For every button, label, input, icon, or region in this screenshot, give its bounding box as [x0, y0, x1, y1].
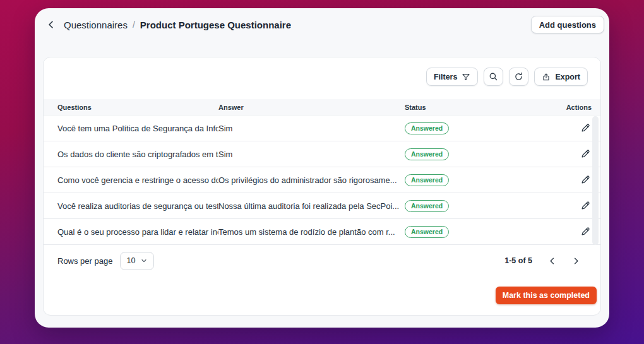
- breadcrumb-separator: /: [133, 20, 135, 30]
- status-badge: Answered: [405, 226, 449, 238]
- refresh-button[interactable]: [509, 68, 528, 86]
- table-scrollbar[interactable]: [592, 116, 599, 245]
- status-badge: Answered: [405, 200, 449, 212]
- pencil-icon: [580, 200, 591, 211]
- search-icon: [489, 72, 498, 81]
- answer-cell: Sim: [218, 124, 405, 133]
- answer-cell: Sim: [218, 150, 405, 159]
- question-cell: Você realiza auditorias de segurança ou …: [57, 201, 218, 211]
- actions-cell: [535, 225, 592, 239]
- refresh-icon: [514, 72, 523, 81]
- status-cell: Answered: [405, 226, 535, 238]
- answer-cell: Nossa última auditoria foi realizada pel…: [218, 201, 405, 211]
- funnel-icon: [462, 73, 470, 81]
- actions-cell: [535, 199, 592, 213]
- actions-cell: [535, 173, 592, 187]
- question-cell: Você tem uma Política de Segurança da In…: [57, 124, 218, 133]
- table-footer: Rows per page 10 1-5 of 5: [44, 251, 600, 271]
- actions-cell: [535, 147, 592, 161]
- pencil-icon: [580, 174, 591, 185]
- column-header-questions: Questions: [57, 104, 218, 111]
- back-button[interactable]: [44, 17, 59, 32]
- filters-button[interactable]: Filters: [426, 68, 479, 86]
- edit-answer-button[interactable]: [579, 147, 592, 160]
- edit-answer-button[interactable]: [579, 225, 592, 237]
- table-row[interactable]: Os dados do cliente são criptografados e…: [44, 141, 600, 167]
- pencil-icon: [580, 148, 591, 159]
- rows-per-page-select[interactable]: 10: [120, 252, 154, 270]
- page-title: Product Portugese Questionnaire: [140, 20, 291, 30]
- search-button[interactable]: [484, 68, 503, 86]
- edit-answer-button[interactable]: [579, 173, 592, 186]
- add-questions-button[interactable]: Add questions: [531, 16, 604, 33]
- status-badge: Answered: [405, 122, 449, 134]
- rows-per-page-value: 10: [127, 256, 136, 265]
- table-row[interactable]: Você realiza auditorias de segurança ou …: [44, 193, 600, 219]
- filters-button-label: Filters: [434, 73, 458, 81]
- status-cell: Answered: [405, 200, 535, 212]
- chevron-left-icon: [547, 256, 557, 266]
- mark-completed-button[interactable]: Mark this as completed: [496, 287, 597, 304]
- answer-cell: Temos um sistema de rodízio de plantão c…: [218, 227, 405, 237]
- question-cell: Qual é o seu processo para lidar e relat…: [57, 227, 218, 237]
- panel-header: Questionnaires / Product Portugese Quest…: [44, 16, 604, 33]
- chevron-left-icon: [46, 20, 56, 30]
- upload-icon: [542, 73, 551, 81]
- table-header-row: Questions Answer Status Actions: [44, 99, 600, 116]
- pencil-icon: [580, 226, 591, 237]
- table-toolbar: Filters: [426, 68, 588, 86]
- edit-answer-button[interactable]: [579, 199, 592, 211]
- chevron-right-icon: [571, 256, 581, 266]
- question-cell: Os dados do cliente são criptografados e…: [57, 150, 218, 159]
- column-header-status: Status: [405, 104, 535, 111]
- breadcrumb-parent[interactable]: Questionnaires: [64, 20, 128, 30]
- next-page-button[interactable]: [570, 255, 581, 266]
- status-cell: Answered: [405, 148, 535, 160]
- chevron-down-icon: [140, 257, 148, 264]
- answer-cell: Os privilégios do administrador são rigo…: [218, 175, 405, 185]
- table-body: Você tem uma Política de Segurança da In…: [44, 116, 600, 245]
- column-header-actions: Actions: [535, 104, 592, 111]
- actions-cell: [535, 121, 592, 135]
- previous-page-button[interactable]: [546, 255, 558, 266]
- status-badge: Answered: [405, 174, 449, 186]
- status-cell: Answered: [405, 174, 535, 186]
- pencil-icon: [580, 122, 591, 133]
- page-background: Questionnaires / Product Portugese Quest…: [0, 0, 644, 344]
- pagination-range: 1-5 of 5: [504, 256, 532, 265]
- status-badge: Answered: [405, 148, 449, 160]
- questionnaire-panel: Questionnaires / Product Portugese Quest…: [35, 8, 609, 328]
- export-button[interactable]: Export: [534, 68, 588, 86]
- edit-answer-button[interactable]: [579, 121, 592, 134]
- questions-table-card: Filters: [43, 57, 601, 316]
- column-header-answer: Answer: [218, 104, 405, 111]
- question-cell: Como você gerencia e restringe o acesso …: [57, 175, 218, 185]
- export-button-label: Export: [555, 73, 580, 81]
- table-row[interactable]: Como você gerencia e restringe o acesso …: [44, 167, 600, 193]
- table-row[interactable]: Você tem uma Política de Segurança da In…: [44, 116, 600, 141]
- table-row[interactable]: Qual é o seu processo para lidar e relat…: [44, 219, 600, 245]
- status-cell: Answered: [405, 122, 535, 134]
- rows-per-page-label: Rows per page: [57, 256, 112, 266]
